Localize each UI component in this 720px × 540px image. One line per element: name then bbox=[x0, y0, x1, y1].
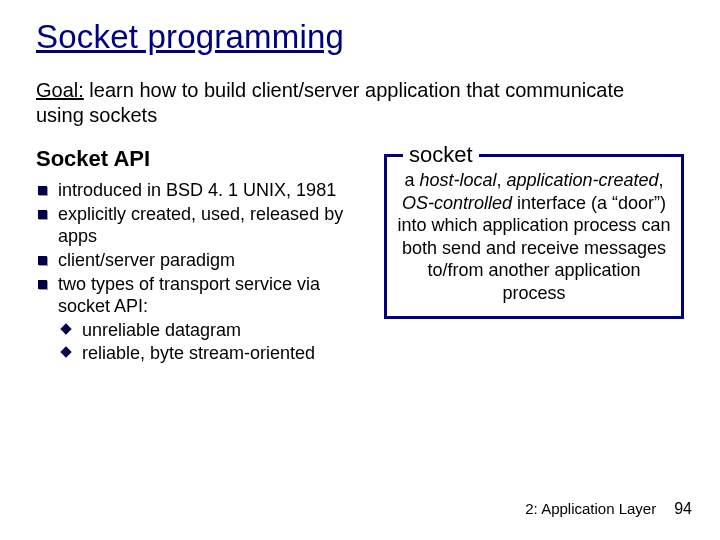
left-column: Socket API introduced in BSD 4. 1 UNIX, … bbox=[36, 146, 356, 367]
sub-list-item: reliable, byte stream-oriented bbox=[58, 343, 356, 365]
api-bullet-list: introduced in BSD 4. 1 UNIX, 1981 explic… bbox=[36, 180, 356, 365]
slide-footer: 2: Application Layer 94 bbox=[525, 500, 692, 518]
socket-sep1: , bbox=[496, 170, 506, 190]
sub-list-item: unreliable datagram bbox=[58, 320, 356, 342]
footer-chapter: 2: Application Layer bbox=[525, 500, 656, 517]
socket-definition-box: socket a host-local, application-created… bbox=[384, 154, 684, 319]
socket-api-heading: Socket API bbox=[36, 146, 356, 172]
socket-em-app-created: application-created bbox=[506, 170, 658, 190]
list-item: explicitly created, used, released by ap… bbox=[36, 204, 356, 248]
socket-em-host-local: host-local bbox=[419, 170, 496, 190]
goal-label: Goal: bbox=[36, 79, 84, 101]
list-item: two types of transport service via socke… bbox=[36, 274, 356, 365]
list-item-text: two types of transport service via socke… bbox=[58, 274, 320, 316]
socket-em-os-controlled: OS-controlled bbox=[402, 193, 512, 213]
socket-legend: socket bbox=[403, 141, 479, 169]
goal-line: Goal: learn how to build client/server a… bbox=[36, 78, 684, 128]
list-item: introduced in BSD 4. 1 UNIX, 1981 bbox=[36, 180, 356, 202]
goal-text: learn how to build client/server applica… bbox=[36, 79, 624, 126]
socket-sep2: , bbox=[659, 170, 664, 190]
api-sub-list: unreliable datagram reliable, byte strea… bbox=[58, 320, 356, 365]
content-columns: Socket API introduced in BSD 4. 1 UNIX, … bbox=[36, 146, 684, 367]
footer-page-number: 94 bbox=[674, 500, 692, 518]
slide-title: Socket programming bbox=[36, 18, 684, 56]
socket-body-prefix: a bbox=[404, 170, 419, 190]
right-column: socket a host-local, application-created… bbox=[384, 146, 684, 367]
list-item: client/server paradigm bbox=[36, 250, 356, 272]
